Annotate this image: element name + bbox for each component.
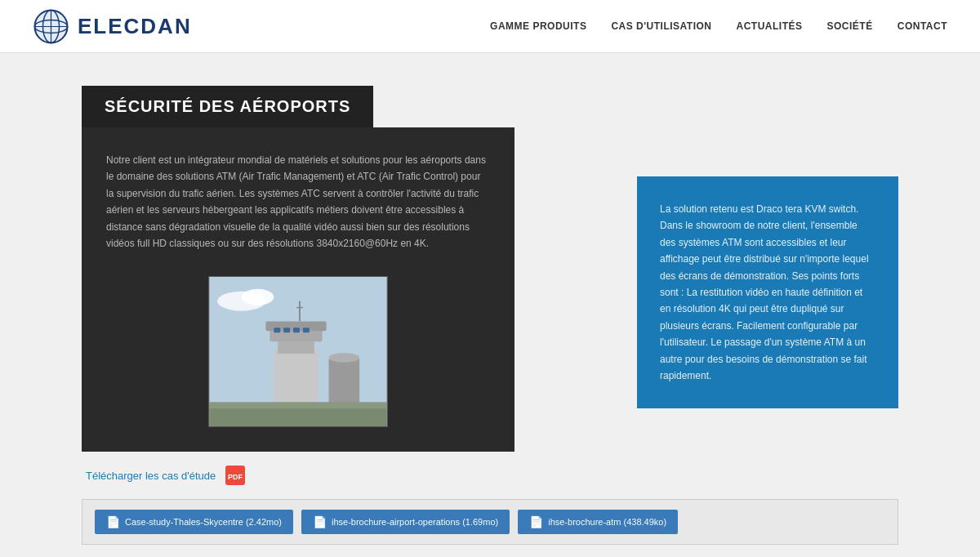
right-card: La solution retenu est Draco tera KVM sw…: [637, 176, 898, 408]
airport-image: [209, 277, 387, 426]
main-content: SÉCURITÉ DES AÉROPORTS Notre client est …: [82, 86, 898, 545]
nav-item-actualites[interactable]: ACTUALITÉS: [737, 20, 803, 32]
file-icon-2: 📄: [313, 515, 327, 528]
left-card-text: Notre client est un intégrateur mondial …: [106, 152, 490, 252]
header: ELECDAN GAMME PRODUITS CAS D'UTILISATION…: [0, 0, 980, 53]
svg-rect-15: [293, 328, 300, 333]
nav-item-societe[interactable]: SOCIÉTÉ: [827, 20, 873, 32]
logo-globe-icon: [33, 8, 69, 45]
file-buttons-bar: 📄 Case-study-Thales-Skycentre (2.42mo) 📄…: [82, 499, 898, 545]
svg-text:PDF: PDF: [228, 473, 243, 481]
cards-row: Notre client est un intégrateur mondial …: [82, 127, 898, 452]
svg-point-8: [242, 289, 274, 305]
svg-rect-16: [303, 328, 310, 333]
left-card: Notre client est un intégrateur mondial …: [82, 127, 514, 452]
file-btn-2[interactable]: 📄 ihse-brochure-airport-operations (1.69…: [301, 510, 510, 534]
navigation: GAMME PRODUITS CAS D'UTILISATION ACTUALI…: [490, 20, 947, 32]
file-icon-3: 📄: [529, 515, 543, 528]
nav-item-contact[interactable]: CONTACT: [898, 20, 947, 32]
svg-rect-21: [209, 407, 387, 427]
svg-rect-14: [283, 328, 290, 333]
download-link[interactable]: Télécharger les cas d'étude: [86, 470, 216, 482]
file-btn-1[interactable]: 📄 Case-study-Thales-Skycentre (2.42mo): [95, 510, 293, 534]
download-section: Télécharger les cas d'étude PDF: [82, 464, 898, 487]
svg-rect-22: [209, 403, 387, 409]
svg-point-20: [329, 353, 360, 363]
logo-text: ELECDAN: [78, 14, 192, 39]
svg-rect-13: [274, 328, 280, 333]
page-title-block: SÉCURITÉ DES AÉROPORTS: [82, 86, 373, 127]
nav-item-cas[interactable]: CAS D'UTILISATION: [611, 20, 711, 32]
file-label-1: Case-study-Thales-Skycentre (2.42mo): [125, 517, 282, 527]
file-icon-1: 📄: [106, 515, 120, 528]
file-label-2: ihse-brochure-airport-operations (1.69mo…: [332, 517, 498, 527]
pdf-icon: PDF: [224, 464, 247, 487]
file-label-3: ihse-brochure-atm (438.49ko): [548, 517, 666, 527]
nav-item-gamme[interactable]: GAMME PRODUITS: [490, 20, 586, 32]
right-card-text: La solution retenu est Draco tera KVM sw…: [660, 201, 875, 384]
page-title: SÉCURITÉ DES AÉROPORTS: [105, 97, 350, 115]
file-btn-3[interactable]: 📄 ihse-brochure-atm (438.49ko): [518, 510, 678, 534]
logo-area: ELECDAN: [33, 8, 192, 45]
